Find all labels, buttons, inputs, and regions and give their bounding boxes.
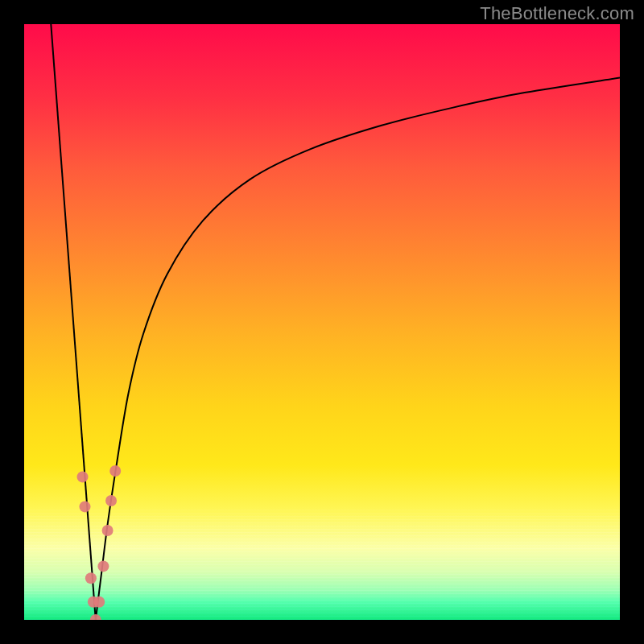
data-point <box>85 572 97 584</box>
plot-area <box>24 24 620 620</box>
bottleneck-curve <box>51 24 620 620</box>
data-point <box>93 597 105 608</box>
data-point <box>105 495 117 506</box>
left-branch <box>51 24 96 620</box>
chart-frame: TheBottleneck.com <box>0 0 644 644</box>
data-point <box>97 560 109 572</box>
curve-layer <box>24 24 620 620</box>
data-point <box>77 471 89 482</box>
right-branch <box>96 78 620 620</box>
data-point <box>102 525 114 536</box>
data-point-markers <box>77 465 122 620</box>
data-point <box>109 465 121 477</box>
watermark-text: TheBottleneck.com <box>480 3 634 24</box>
data-point <box>79 501 90 512</box>
data-point <box>90 614 101 620</box>
